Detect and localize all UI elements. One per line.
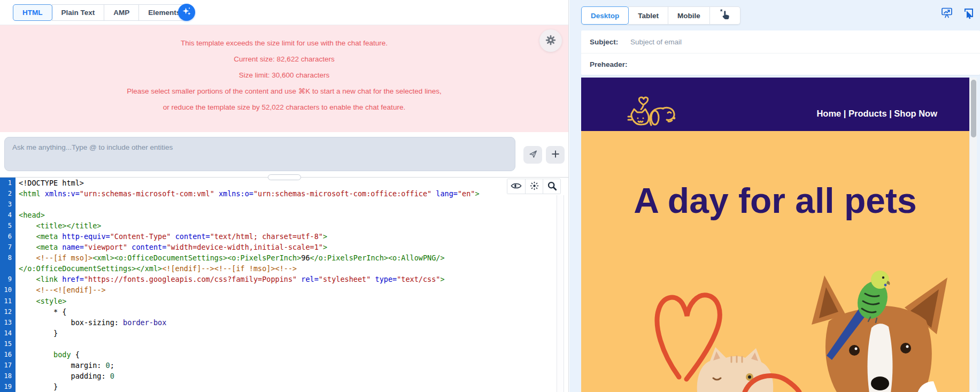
code-line[interactable]: 4<head> xyxy=(0,210,568,220)
email-header: Home | Products | Shop Now xyxy=(581,78,969,131)
code-line[interactable]: 15 xyxy=(0,339,568,349)
email-headline: A day for all pets xyxy=(581,180,969,221)
code-text: <meta http-equiv="Content-Type" content=… xyxy=(16,231,327,242)
tap-hand-icon xyxy=(719,9,731,22)
email-body: A day for all pets xyxy=(581,131,969,392)
code-line[interactable]: 17 margin: 0; xyxy=(0,360,568,371)
ai-assistant-button[interactable] xyxy=(178,4,195,21)
gear-icon xyxy=(545,34,557,47)
line-number: 17 xyxy=(0,360,16,371)
code-editor[interactable]: 1<!DOCTYPE html>2<html xmlns:v="urn:sche… xyxy=(0,178,568,392)
theme-brightness-button[interactable] xyxy=(525,179,543,194)
line-number: 19 xyxy=(0,381,16,392)
preview-scrollbar[interactable] xyxy=(969,78,977,392)
settings-button[interactable] xyxy=(539,29,562,52)
code-view-tabs: HTML Plain Text AMP Elements xyxy=(13,4,190,21)
search-icon xyxy=(547,181,557,193)
presentation-button[interactable] xyxy=(940,7,954,21)
email-nav-links[interactable]: Home | Products | Shop Now xyxy=(816,109,937,119)
preview-actions xyxy=(940,7,976,21)
preview-scrollbar-thumb[interactable] xyxy=(971,80,976,137)
email-preview: Home | Products | Shop Now A day for all… xyxy=(581,78,969,392)
code-line[interactable]: 3 xyxy=(0,199,568,210)
code-line[interactable]: 18 padding: 0 xyxy=(0,371,568,381)
select-cursor-icon xyxy=(962,6,975,21)
code-text: <title></title> xyxy=(16,220,101,231)
line-number: 2 xyxy=(0,188,16,199)
code-line[interactable]: 11 <style> xyxy=(0,296,568,306)
code-lines: 1<!DOCTYPE html>2<html xmlns:v="urn:sche… xyxy=(0,178,568,392)
subject-label: Subject: xyxy=(590,38,630,46)
line-number: 4 xyxy=(0,210,16,220)
add-context-button[interactable] xyxy=(546,146,565,164)
size-limit-warning: This template exceeds the size limit for… xyxy=(0,25,568,132)
code-line[interactable]: 19 } xyxy=(0,381,568,392)
editor-toolbar xyxy=(507,179,561,194)
preview-toggle-button[interactable] xyxy=(507,179,525,194)
line-number: 14 xyxy=(0,328,16,339)
code-line[interactable]: 7 <meta name="viewport" content="width=d… xyxy=(0,242,568,252)
search-button[interactable] xyxy=(543,179,560,194)
tab-html[interactable]: HTML xyxy=(13,4,52,21)
preheader-label: Preheader: xyxy=(590,60,630,68)
line-number: 15 xyxy=(0,339,16,349)
code-text: <link href="https://fonts.googleapis.com… xyxy=(16,274,445,285)
code-line[interactable]: 6 <meta http-equiv="Content-Type" conten… xyxy=(0,231,568,242)
tab-desktop-label: Desktop xyxy=(591,12,619,20)
code-line[interactable]: 5 <title></title> xyxy=(0,220,568,231)
code-line[interactable]: 14 } xyxy=(0,328,568,339)
code-text: <!--[if mso]><xml><o:OfficeDocumentSetti… xyxy=(16,252,445,263)
line-number: 6 xyxy=(0,231,16,242)
tab-tablet-label: Tablet xyxy=(638,12,659,20)
tab-amp-label: AMP xyxy=(113,9,129,17)
code-line[interactable]: 16 body { xyxy=(0,349,568,360)
line-number: 5 xyxy=(0,220,16,231)
code-text: <!DOCTYPE html> xyxy=(16,178,84,188)
chat-input[interactable] xyxy=(5,137,515,171)
code-line[interactable]: 13 box-sizing: border-box xyxy=(0,317,568,328)
line-number: 18 xyxy=(0,371,16,381)
code-text: } xyxy=(16,328,58,339)
code-text: body { xyxy=(16,349,80,360)
panel-resize-handle[interactable] xyxy=(268,174,301,180)
warning-line: This template exceeds the size limit for… xyxy=(0,40,568,47)
code-text: } xyxy=(16,381,58,392)
line-number: 10 xyxy=(0,285,16,295)
code-text: <style> xyxy=(16,296,66,306)
presentation-board-icon xyxy=(940,6,953,21)
tab-elements-label: Elements xyxy=(148,9,180,17)
tab-tablet[interactable]: Tablet xyxy=(628,6,668,25)
eye-icon xyxy=(511,182,522,191)
line-number: 11 xyxy=(0,296,16,306)
send-icon xyxy=(528,149,538,161)
line-number: 9 xyxy=(0,274,16,285)
preview-panel: Desktop Tablet Mobile xyxy=(569,0,980,392)
editor-scrollbar[interactable] xyxy=(557,195,564,392)
select-element-button[interactable] xyxy=(962,7,976,21)
subject-card: Subject: Subject of email Preheader: xyxy=(581,30,980,75)
line-number: 13 xyxy=(0,317,16,328)
code-line[interactable]: 8 <!--[if mso]><xml><o:OfficeDocumentSet… xyxy=(0,252,568,263)
tab-mobile[interactable]: Mobile xyxy=(668,6,710,25)
line-number: 16 xyxy=(0,349,16,360)
subject-row[interactable]: Subject: Subject of email xyxy=(581,30,980,53)
tab-desktop[interactable]: Desktop xyxy=(581,6,629,25)
chat-area xyxy=(0,132,568,178)
code-line[interactable]: 9 <link href="https://fonts.googleapis.c… xyxy=(0,274,568,285)
code-line[interactable]: </o:OfficeDocumentSettings></xml><![endi… xyxy=(0,263,568,274)
warning-line: Size limit: 30,600 characters xyxy=(0,72,568,79)
tab-plain-text[interactable]: Plain Text xyxy=(52,4,105,21)
code-text: </o:OfficeDocumentSettings></xml><![endi… xyxy=(16,263,297,274)
code-line[interactable]: 12 * { xyxy=(0,306,568,317)
code-line[interactable]: 2<html xmlns:v="urn:schemas-microsoft-co… xyxy=(0,188,568,199)
code-line[interactable]: 10 <!--<![endif]--> xyxy=(0,285,568,295)
subject-value[interactable]: Subject of email xyxy=(630,38,682,46)
device-tabs: Desktop Tablet Mobile xyxy=(581,6,740,25)
line-number: 1 xyxy=(0,178,16,188)
tab-amp[interactable]: AMP xyxy=(104,4,139,21)
code-text xyxy=(16,339,19,349)
interactive-mode-button[interactable] xyxy=(709,6,740,25)
send-button[interactable] xyxy=(523,146,542,164)
tab-plain-text-label: Plain Text xyxy=(61,9,95,17)
preheader-row[interactable]: Preheader: xyxy=(581,53,980,75)
